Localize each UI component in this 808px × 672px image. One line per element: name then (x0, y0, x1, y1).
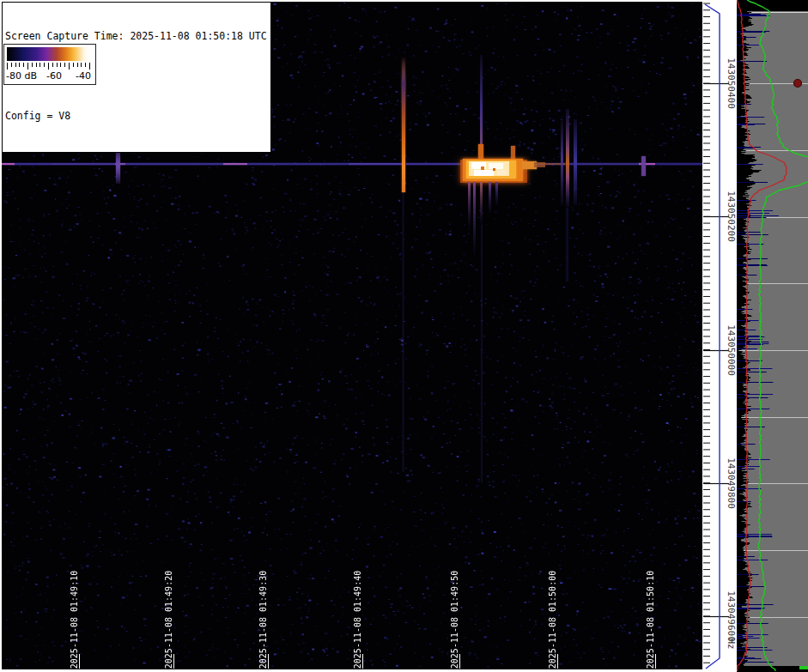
spectrum-graph[interactable] (737, 0, 808, 672)
colorbar-tick (52, 63, 53, 67)
colorbar-tick (48, 63, 49, 70)
colorbar-tick (44, 63, 45, 67)
colorbar-tick (27, 63, 28, 70)
time-tick-mark (362, 654, 363, 669)
time-tick-label: 2025-11-08 01:49:40 (353, 571, 362, 669)
colorbar-tick (69, 63, 70, 70)
colorbar-tick (39, 63, 40, 67)
time-tick-label: 2025-11-08 01:49:10 (70, 571, 79, 669)
colorbar-tick (81, 63, 82, 67)
frequency-tick-label: 143050000 (726, 324, 737, 376)
time-tick-mark (268, 654, 269, 669)
time-tick-label: 2025-11-08 01:49:20 (164, 571, 173, 669)
time-tick-mark (557, 654, 558, 669)
time-tick-mark (79, 654, 80, 669)
capture-time-label: Screen Capture Time: 2025-11-08 01:50:18… (5, 30, 267, 44)
time-tick-mark (655, 654, 656, 669)
colorbar-tick (11, 63, 12, 67)
colorbar-tick (36, 63, 37, 67)
screen-capture-window: Screen Capture Time: 2025-11-08 01:50:18… (0, 0, 808, 672)
intensity-colorbar: -80 dB-60-40 (3, 44, 96, 85)
colorbar-tick (77, 63, 78, 67)
colorbar-tick (73, 63, 74, 67)
colorbar-tick (7, 63, 8, 70)
colorbar-tick (23, 63, 24, 67)
colorbar-gradient (7, 47, 90, 61)
colorbar-tick (64, 63, 65, 67)
frequency-tick-label: 143049800 (726, 457, 737, 509)
colorbar-label: -40 (76, 70, 91, 82)
time-tick-label: 2025-11-08 01:50:00 (548, 571, 557, 669)
colorbar-tick (19, 63, 20, 67)
colorbar-tick (32, 63, 33, 67)
frequency-tick-label: 143050200 (726, 191, 737, 242)
colorbar-tick (57, 63, 58, 67)
time-tick-label: 2025-11-08 01:49:30 (258, 571, 268, 669)
time-tick-mark (459, 654, 460, 669)
time-tick-mark (173, 654, 174, 669)
colorbar-label: -60 (46, 70, 62, 82)
colorbar-label: -80 dB (6, 70, 37, 82)
time-tick-label: 2025-11-08 01:50:10 (646, 571, 655, 669)
config-label: Config = V8 (5, 110, 267, 124)
colorbar-tick (89, 63, 90, 70)
colorbar-tick (85, 63, 86, 67)
frequency-unit-label: Hz (726, 638, 737, 649)
frequency-tick-label: 143049600 (726, 590, 737, 642)
colorbar-tick (15, 63, 16, 67)
time-tick-label: 2025-11-08 01:49:50 (450, 571, 459, 669)
colorbar-tick (60, 63, 61, 67)
frequency-tick-label: 143050400 (726, 58, 737, 109)
